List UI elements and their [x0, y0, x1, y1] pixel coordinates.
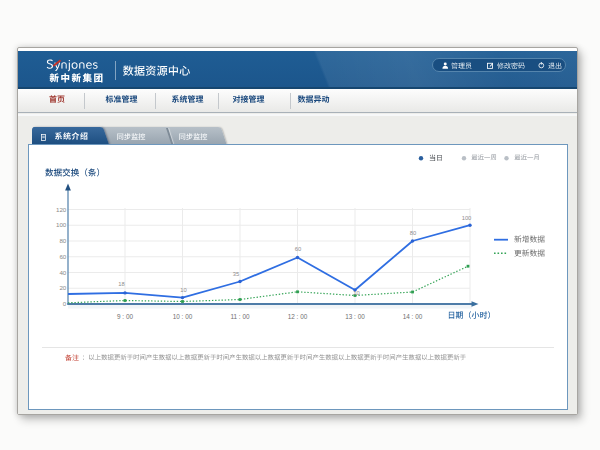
svg-text:60: 60: [295, 245, 301, 251]
svg-text:80: 80: [410, 229, 416, 235]
svg-text:10: 10: [180, 287, 186, 293]
svg-text:12 : 00: 12 : 00: [288, 313, 308, 320]
svg-text:35: 35: [233, 271, 239, 277]
svg-text:80: 80: [59, 237, 66, 244]
svg-text:14 : 00: 14 : 00: [403, 313, 423, 320]
svg-text:13 : 00: 13 : 00: [345, 313, 365, 320]
svg-text:100: 100: [462, 214, 472, 220]
svg-text:10: 10: [353, 289, 359, 295]
svg-text:18: 18: [118, 280, 124, 286]
svg-text:60: 60: [59, 252, 66, 259]
svg-text:0: 0: [63, 300, 67, 307]
svg-text:40: 40: [59, 268, 66, 275]
svg-text:20: 20: [59, 284, 66, 291]
svg-text:11 : 00: 11 : 00: [230, 313, 250, 320]
svg-text:10 : 00: 10 : 00: [173, 313, 193, 320]
svg-text:9 : 00: 9 : 00: [117, 313, 133, 320]
svg-text:120: 120: [56, 205, 67, 212]
svg-text:100: 100: [56, 221, 67, 228]
